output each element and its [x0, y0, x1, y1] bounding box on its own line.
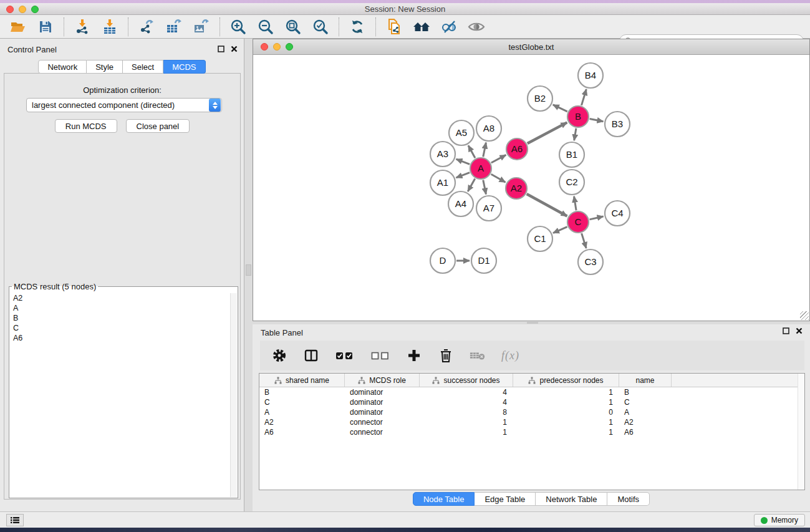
cell-name[interactable]: B — [619, 387, 672, 397]
edge-A-A2[interactable] — [491, 174, 506, 182]
edge-B-B3[interactable] — [590, 119, 604, 122]
node-A5[interactable]: A5 — [449, 120, 474, 145]
close-panel-icon[interactable] — [231, 46, 238, 52]
table-scrollbar[interactable] — [798, 374, 804, 490]
node-C[interactable]: C — [567, 211, 589, 233]
node-A4[interactable]: A4 — [448, 191, 473, 216]
cell-successor-nodes[interactable]: 8 — [420, 407, 513, 417]
tab-select[interactable]: Select — [123, 60, 163, 74]
network-from-document-icon[interactable] — [385, 17, 403, 36]
edge-B-B4[interactable] — [582, 89, 587, 105]
cell-predecessor-nodes[interactable]: 1 — [513, 427, 619, 437]
mcds-result-scrollbar[interactable] — [230, 293, 237, 497]
float-table-panel-icon[interactable] — [783, 327, 789, 334]
delete-table-icon[interactable] — [470, 347, 486, 364]
export-network-icon[interactable] — [137, 17, 156, 36]
edge-A-A4[interactable] — [468, 179, 475, 191]
cell-predecessor-nodes[interactable]: 1 — [513, 387, 619, 397]
zoom-in-icon[interactable] — [229, 17, 248, 36]
edge-A-A1[interactable] — [456, 173, 470, 178]
delete-column-icon[interactable] — [438, 347, 454, 364]
cell-successor-nodes[interactable]: 4 — [420, 397, 513, 407]
cell-shared-name[interactable]: A6 — [259, 427, 345, 437]
edge-B-B2[interactable] — [553, 105, 567, 112]
split-table-icon[interactable] — [303, 347, 319, 364]
node-A2[interactable]: A2 — [506, 178, 527, 199]
table-row[interactable]: A2connector11A2 — [259, 417, 804, 427]
optimization-criterion-select[interactable]: largest connected component (directed) — [26, 98, 222, 112]
table-row[interactable]: Cdominator41C — [259, 397, 804, 407]
cell-shared-name[interactable]: A — [259, 407, 345, 417]
edge-A2-C[interactable] — [527, 194, 567, 216]
cell-shared-name[interactable]: B — [259, 387, 345, 397]
cell-mcds-role[interactable]: dominator — [345, 387, 420, 397]
tab-motifs[interactable]: Motifs — [607, 492, 650, 506]
close-table-panel-icon[interactable] — [796, 327, 803, 334]
table-row[interactable]: Adominator80A — [259, 407, 804, 417]
edge-A6-B[interactable] — [528, 122, 567, 143]
cell-successor-nodes[interactable]: 1 — [420, 417, 513, 427]
cell-shared-name[interactable]: C — [259, 397, 345, 407]
node-C1[interactable]: C1 — [528, 226, 552, 251]
tab-edge-table[interactable]: Edge Table — [475, 492, 536, 506]
node-A[interactable]: A — [470, 158, 491, 179]
resize-grip-icon[interactable] — [800, 311, 809, 320]
run-mcds-button[interactable]: Run MCDS — [55, 119, 117, 133]
mcds-result-item[interactable]: A2 — [10, 293, 230, 303]
float-panel-icon[interactable] — [218, 46, 224, 52]
edge-C-C3[interactable] — [582, 233, 586, 248]
node-C3[interactable]: C3 — [578, 249, 603, 274]
node-B2[interactable]: B2 — [528, 86, 552, 111]
mcds-result-item[interactable]: C — [10, 323, 230, 333]
edge-A-A8[interactable] — [483, 143, 486, 157]
export-table-icon[interactable] — [165, 17, 183, 36]
edge-A-A6[interactable] — [491, 155, 506, 163]
vertical-splitter-handle[interactable] — [246, 264, 251, 276]
table-row[interactable]: Bdominator41B — [259, 387, 804, 397]
save-session-icon[interactable] — [36, 17, 55, 36]
edge-B-B1[interactable] — [574, 128, 576, 141]
cell-predecessor-nodes[interactable]: 1 — [513, 397, 619, 407]
column-header-shared-name[interactable]: shared name — [259, 374, 345, 387]
cell-mcds-role[interactable]: dominator — [345, 397, 420, 407]
column-header-name[interactable]: name — [619, 374, 672, 387]
tab-style[interactable]: Style — [87, 60, 123, 74]
cell-name[interactable]: A6 — [619, 427, 672, 437]
tab-network-table[interactable]: Network Table — [536, 492, 607, 506]
cell-mcds-role[interactable]: connector — [345, 427, 420, 437]
task-history-button[interactable] — [6, 514, 24, 526]
cell-predecessor-nodes[interactable]: 1 — [513, 417, 619, 427]
edge-A-A3[interactable] — [456, 159, 470, 164]
cell-successor-nodes[interactable]: 4 — [420, 387, 513, 397]
node-C4[interactable]: C4 — [605, 201, 630, 226]
node-B3[interactable]: B3 — [605, 112, 630, 137]
node-B4[interactable]: B4 — [578, 63, 603, 88]
import-network-icon[interactable] — [73, 17, 92, 36]
network-window-titlebar[interactable]: testGlobe.txt — [253, 39, 809, 55]
node-A6[interactable]: A6 — [506, 138, 528, 160]
mcds-result-item[interactable]: A — [10, 303, 230, 313]
mcds-result-list[interactable]: A2ABCA6 — [10, 293, 230, 497]
tab-mcds[interactable]: MCDS — [163, 60, 205, 74]
tab-node-table[interactable]: Node Table — [413, 492, 475, 506]
cell-mcds-role[interactable]: connector — [345, 417, 420, 427]
node-D[interactable]: D — [430, 248, 455, 273]
cell-name[interactable]: A2 — [619, 417, 672, 427]
column-header-successor-nodes[interactable]: successor nodes — [420, 374, 513, 387]
cell-successor-nodes[interactable]: 1 — [420, 427, 513, 437]
zoom-selected-icon[interactable] — [311, 17, 330, 36]
cell-predecessor-nodes[interactable]: 0 — [513, 407, 619, 417]
select-all-checkboxes-icon[interactable] — [335, 347, 355, 364]
edge-A-A5[interactable] — [468, 145, 475, 158]
node-A1[interactable]: A1 — [430, 170, 455, 195]
column-header-predecessor-nodes[interactable]: predecessor nodes — [513, 374, 619, 387]
cell-mcds-role[interactable]: dominator — [345, 407, 420, 417]
memory-button[interactable]: Memory — [754, 514, 805, 526]
cell-name[interactable]: C — [619, 397, 672, 407]
mcds-result-item[interactable]: B — [10, 313, 230, 323]
node-A8[interactable]: A8 — [476, 116, 501, 141]
edge-C-C2[interactable] — [574, 196, 577, 211]
cell-name[interactable]: A — [619, 407, 672, 417]
settings-gear-icon[interactable] — [271, 347, 287, 364]
cybrowser-home-icon[interactable] — [412, 17, 431, 36]
